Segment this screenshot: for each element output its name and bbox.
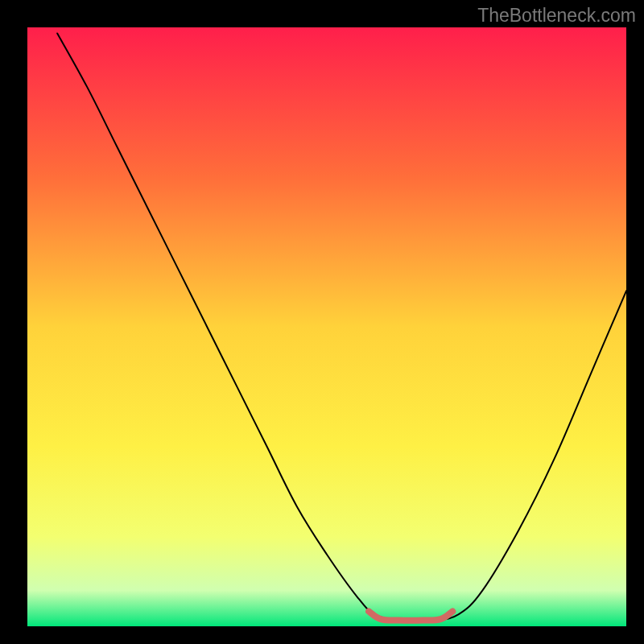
plot-area <box>27 27 626 626</box>
watermark-text: TheBottleneck.com <box>477 5 636 27</box>
chart-svg <box>27 27 626 626</box>
gradient-background <box>27 27 626 626</box>
chart-container: TheBottleneck.com <box>0 0 644 644</box>
